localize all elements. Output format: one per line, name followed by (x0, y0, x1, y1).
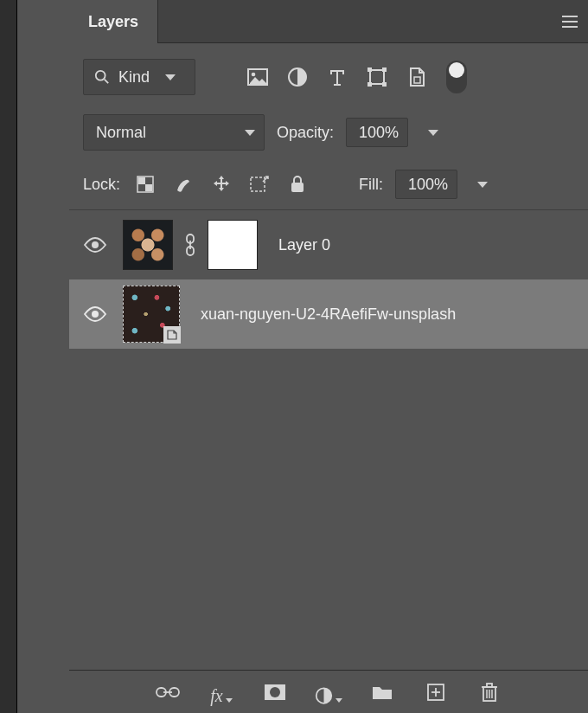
filter-adjustment-button[interactable] (284, 63, 311, 91)
fill-value-field[interactable]: 100% (395, 170, 457, 199)
layer-list: Layer 0 xuan-ng (69, 209, 588, 670)
delete-layer-button[interactable] (476, 678, 503, 706)
layer-visibility-toggle[interactable] (76, 306, 114, 322)
opacity-stepper[interactable] (420, 118, 439, 147)
chevron-down-icon (336, 698, 342, 703)
svg-rect-13 (414, 77, 420, 83)
opacity-label: Opacity: (277, 124, 334, 142)
svg-rect-9 (368, 67, 372, 72)
app-left-gutter (0, 0, 17, 713)
new-adjustment-button[interactable] (315, 678, 342, 706)
adjustment-icon (315, 685, 333, 706)
lock-label: Lock: (83, 176, 120, 194)
image-icon (247, 68, 268, 86)
svg-rect-35 (487, 684, 492, 687)
svg-point-3 (96, 71, 105, 80)
svg-rect-2 (562, 26, 578, 28)
svg-rect-0 (562, 16, 578, 17)
blend-row: Normal Opacity: 100% (69, 95, 588, 151)
type-icon (328, 67, 347, 87)
svg-point-28 (270, 687, 280, 697)
lock-artboard-button[interactable] (246, 171, 272, 197)
artboard-lock-icon (248, 175, 271, 194)
menu-icon (562, 16, 578, 28)
toggle-pill-icon (446, 61, 467, 93)
svg-rect-11 (368, 82, 372, 87)
panel-menu-button[interactable] (552, 0, 588, 42)
lock-position-button[interactable] (208, 171, 234, 197)
filter-toggle[interactable] (443, 63, 470, 91)
folder-icon (371, 684, 393, 701)
tabbar-spacer (158, 0, 552, 42)
fill-stepper[interactable] (470, 170, 489, 199)
chevron-down-icon (226, 698, 233, 703)
tab-label: Layers (88, 13, 138, 31)
svg-rect-18 (291, 183, 304, 192)
link-layers-button[interactable] (154, 678, 182, 706)
add-mask-button[interactable] (261, 678, 289, 706)
svg-point-23 (92, 311, 99, 318)
layer-row[interactable]: xuan-nguyen-U2-4RAefiFw-unsplash (69, 279, 588, 349)
layer-style-button[interactable]: fx (208, 678, 235, 706)
panel-tabbar: Layers (69, 0, 588, 43)
svg-rect-17 (251, 177, 265, 191)
blend-mode-value: Normal (96, 124, 146, 142)
layers-bottom-toolbar: fx (69, 670, 588, 713)
layer-thumbnail[interactable] (123, 286, 180, 343)
chevron-down-icon (428, 130, 438, 136)
svg-point-6 (252, 73, 256, 77)
chevron-down-icon (165, 74, 176, 80)
link-icon (184, 234, 196, 256)
layer-visibility-toggle[interactable] (76, 237, 114, 253)
filter-kind-dropdown[interactable]: Kind (83, 59, 195, 95)
new-icon (426, 683, 445, 702)
lock-transparent-button[interactable] (132, 171, 158, 197)
layer-mask-thumbnail[interactable] (208, 220, 258, 270)
filter-type-button[interactable] (323, 63, 351, 91)
eye-icon (84, 306, 106, 322)
svg-rect-12 (382, 82, 387, 87)
layer-thumbnail[interactable] (123, 220, 173, 270)
svg-line-4 (105, 80, 109, 84)
chevron-down-icon (477, 182, 488, 188)
opacity-value-field[interactable]: 100% (346, 118, 408, 147)
search-icon (94, 69, 110, 85)
move-icon (211, 174, 232, 195)
chevron-down-icon (245, 130, 255, 136)
new-layer-button[interactable] (422, 678, 450, 706)
tab-layers[interactable]: Layers (69, 0, 158, 43)
app-gutter (17, 0, 69, 713)
mask-icon (264, 684, 286, 701)
svg-rect-8 (370, 70, 384, 84)
fill-value: 100% (408, 176, 448, 194)
adjustment-icon (287, 67, 308, 87)
filter-row: Kind (69, 43, 588, 95)
filter-kind-label: Kind (118, 68, 150, 87)
lock-image-button[interactable] (170, 171, 196, 197)
checker-icon (136, 175, 155, 194)
eye-icon (84, 237, 106, 253)
brush-icon (174, 175, 193, 194)
layer-row[interactable]: Layer 0 (69, 210, 588, 279)
svg-rect-10 (382, 67, 387, 72)
fill-label: Fill: (359, 176, 383, 194)
opacity-value: 100% (359, 124, 399, 142)
filter-smartobject-button[interactable] (403, 63, 431, 91)
layer-name[interactable]: Layer 0 (266, 236, 330, 254)
new-group-button[interactable] (368, 678, 396, 706)
lock-all-button[interactable] (284, 171, 310, 197)
smartobject-badge-icon (163, 326, 181, 344)
smartobject-icon (407, 67, 426, 87)
layer-mask-link[interactable] (182, 234, 199, 256)
svg-rect-15 (138, 177, 145, 184)
link-icon (156, 685, 180, 699)
blend-mode-dropdown[interactable]: Normal (83, 114, 265, 151)
svg-rect-16 (145, 184, 152, 191)
trash-icon (481, 682, 498, 703)
lock-row: Lock: (69, 151, 588, 209)
filter-pixel-button[interactable] (244, 63, 272, 91)
fx-icon: fx (210, 686, 222, 706)
filter-shape-button[interactable] (363, 63, 391, 91)
layer-name[interactable]: xuan-nguyen-U2-4RAefiFw-unsplash (189, 305, 456, 324)
shape-icon (367, 67, 387, 87)
